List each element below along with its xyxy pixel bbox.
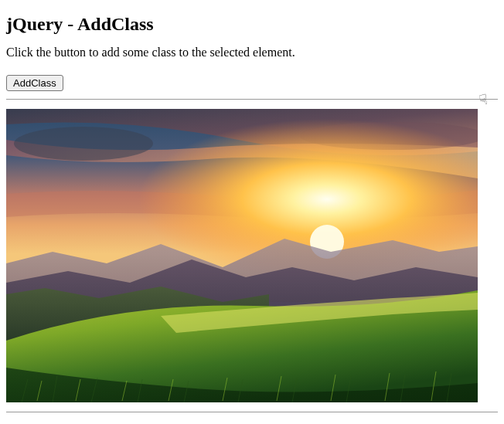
pointer-cursor-icon: ☟ [478, 90, 489, 109]
divider-top [6, 99, 498, 100]
divider-bottom [6, 412, 498, 412]
demo-image-container [6, 109, 478, 402]
addclass-button[interactable]: AddClass [6, 75, 63, 91]
page-title: jQuery - AddClass [6, 14, 498, 35]
landscape-image [6, 109, 478, 402]
instruction-text: Click the button to add some class to th… [6, 46, 498, 59]
